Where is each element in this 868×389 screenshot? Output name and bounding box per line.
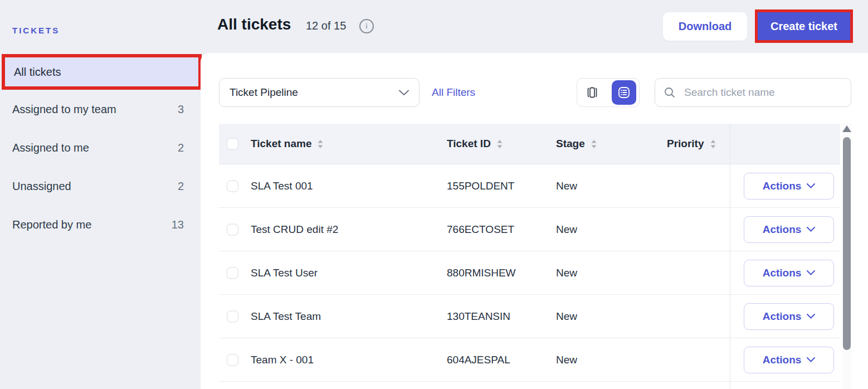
actions-button[interactable]: Actions	[744, 347, 834, 373]
pipeline-select[interactable]: Ticket Pipeline	[219, 78, 420, 107]
search-input[interactable]	[683, 86, 843, 99]
sidebar-item-assigned-to-my-team[interactable]: Assigned to my team 3	[12, 95, 184, 124]
row-checkbox[interactable]	[227, 223, 238, 235]
sort-icon[interactable]	[317, 139, 324, 149]
actions-button[interactable]: Actions	[744, 173, 834, 200]
sort-icon[interactable]	[591, 139, 597, 149]
sidebar-item-label: Assigned to my team	[12, 103, 116, 116]
actions-button[interactable]: Actions	[744, 216, 834, 243]
stage-cell: New	[556, 180, 577, 192]
download-button[interactable]: Download	[663, 12, 747, 41]
table-row[interactable]: Test CRUD edit #2 766ECTOSET New Actions	[219, 208, 840, 251]
table-row[interactable]: SLA Test Team 130TEANSIN New Actions	[219, 295, 840, 338]
sidebar-item-label: Assigned to me	[12, 142, 89, 154]
sidebar-item-count: 3	[178, 103, 184, 116]
tickets-page: TICKETS All tickets Assigned to my team …	[0, 0, 868, 389]
table-row[interactable]: SLA Test User 880RMISHEW New Actions	[219, 251, 840, 295]
stage-cell: New	[556, 354, 577, 366]
column-header-ticket-name[interactable]: Ticket name	[251, 138, 324, 150]
search-box	[655, 78, 851, 107]
page-title: All tickets	[217, 16, 291, 33]
create-ticket-button[interactable]: Create ticket	[758, 12, 850, 40]
ticket-name-cell: Team X - 001	[251, 354, 314, 366]
sidebar-item-all-tickets[interactable]: All tickets	[2, 54, 202, 90]
scrollbar-thumb[interactable]	[843, 137, 851, 350]
sidebar-section-title: TICKETS	[12, 26, 60, 35]
ticket-id-cell: 880RMISHEW	[447, 267, 516, 279]
row-checkbox[interactable]	[227, 310, 238, 322]
sidebar-item-count: 13	[172, 218, 184, 231]
ticket-id-cell: 130TEANSIN	[447, 310, 510, 323]
ticket-count-text: 12 of 15	[306, 20, 346, 32]
actions-column-divider	[730, 124, 730, 389]
list-view-icon[interactable]	[612, 80, 636, 105]
table-row[interactable]: Team X - 001 604AJESPAL New Actions	[219, 338, 840, 382]
table-row-partial	[219, 382, 840, 388]
stage-cell: New	[556, 310, 577, 323]
ticket-name-cell: SLA Test User	[251, 267, 318, 279]
ticket-name-cell: SLA Test 001	[251, 180, 313, 192]
stage-cell: New	[556, 223, 577, 236]
info-icon[interactable]: i	[359, 19, 374, 33]
select-all-checkbox[interactable]	[227, 138, 238, 150]
sidebar-item-label: Unassigned	[12, 180, 71, 193]
row-checkbox[interactable]	[227, 180, 238, 192]
annotation-box-create-ticket: Create ticket	[755, 9, 853, 43]
sidebar-item-count: 2	[178, 142, 184, 154]
chevron-down-icon	[399, 90, 409, 96]
scroll-up-arrow-icon[interactable]	[842, 125, 851, 132]
column-header-priority[interactable]: Priority	[667, 138, 716, 150]
sidebar-item-unassigned[interactable]: Unassigned 2	[12, 172, 184, 201]
column-header-stage[interactable]: Stage	[556, 138, 597, 150]
ticket-name-cell: SLA Test Team	[251, 310, 321, 323]
sidebar-item-reported-by-me[interactable]: Reported by me 13	[12, 210, 184, 239]
ticket-name-cell: Test CRUD edit #2	[251, 223, 338, 236]
sidebar: TICKETS All tickets Assigned to my team …	[0, 0, 201, 389]
sidebar-item-label: All tickets	[14, 66, 61, 79]
actions-button[interactable]: Actions	[744, 303, 834, 330]
row-checkbox[interactable]	[227, 354, 238, 366]
ticket-id-cell: 766ECTOSET	[447, 223, 514, 236]
table-scrollbar[interactable]	[842, 124, 851, 389]
ticket-id-cell: 604AJESPAL	[447, 354, 510, 366]
sidebar-item-count: 2	[178, 180, 184, 193]
sidebar-item-label: Reported by me	[12, 218, 91, 231]
tickets-table: Ticket name Ticket ID Stage Priority	[219, 124, 840, 389]
sort-icon[interactable]	[496, 139, 503, 149]
board-view-icon[interactable]	[580, 80, 604, 105]
column-header-ticket-id[interactable]: Ticket ID	[447, 138, 503, 150]
sort-icon[interactable]	[710, 139, 716, 149]
sidebar-item-assigned-to-me[interactable]: Assigned to me 2	[12, 133, 184, 162]
table-header-row: Ticket name Ticket ID Stage Priority	[219, 124, 840, 164]
pipeline-select-value: Ticket Pipeline	[230, 86, 298, 99]
ticket-id-cell: 155POLDENT	[447, 180, 514, 192]
all-filters-link[interactable]: All Filters	[432, 78, 475, 107]
view-toggle	[577, 78, 640, 107]
actions-button[interactable]: Actions	[744, 260, 834, 286]
search-icon	[663, 86, 676, 99]
table-row[interactable]: SLA Test 001 155POLDENT New Actions	[219, 164, 840, 208]
row-checkbox[interactable]	[227, 267, 238, 279]
stage-cell: New	[556, 267, 577, 279]
